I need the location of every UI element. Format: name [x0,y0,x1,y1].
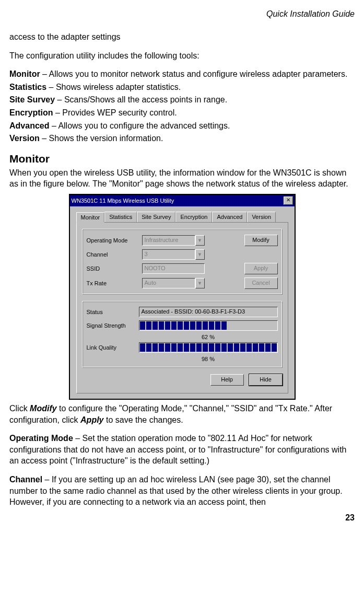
chevron-down-icon[interactable]: ▼ [195,249,205,260]
modify-button[interactable]: Modify [244,235,278,246]
tab-statistics[interactable]: Statistics [104,212,137,222]
channel-value: 3 [142,249,195,260]
feature-advanced-desc: – Allows you to configure the advanced s… [49,121,230,130]
modify-em: Modify [30,404,57,413]
operating-mode-value: Infrastructure [142,235,195,246]
cancel-button[interactable]: Cancel [244,277,278,289]
tab-monitor[interactable]: Monitor [76,212,105,223]
label-link-quality: Link Quality [87,344,139,351]
text: to save the changes. [104,415,183,424]
tab-advanced[interactable]: Advanced [212,212,247,222]
feature-version-name: Version [9,134,40,143]
status-group: Status Associated - BSSID: 00-60-B3-F1-F… [82,301,283,368]
feature-statistics: Statistics – Shows wireless adapter stat… [9,82,355,93]
status-value: Associated - BSSID: 00-60-B3-F1-F3-D3 [139,307,278,317]
channel-para: Channel – If you are setting up an ad ho… [9,474,355,508]
feature-monitor: Monitor – Allows you to monitor network … [9,68,355,80]
utility-dialog: WN3501C 11 Mbps Wireless USB Utility ✕ M… [69,194,296,400]
dialog-title: WN3501C 11 Mbps Wireless USB Utility [72,198,174,204]
feature-site-survey: Site Survey – Scans/Shows all the access… [9,94,355,106]
operating-mode-select[interactable]: Infrastructure ▼ [142,235,205,246]
label-ssid: SSID [87,265,139,272]
feature-advanced-name: Advanced [9,121,49,130]
feature-advanced: Advanced – Allows you to configure the a… [9,120,355,132]
operating-mode-para: Operating Mode – Set the station operati… [9,433,355,467]
link-quality-percent: 98 % [139,356,278,362]
page-number: 23 [9,513,355,523]
feature-site-survey-name: Site Survey [9,95,55,104]
chevron-down-icon[interactable]: ▼ [195,278,205,288]
titlebar[interactable]: WN3501C 11 Mbps Wireless USB Utility ✕ [70,195,295,206]
feature-statistics-desc: – Shows wireless adapter statistics. [46,83,181,91]
tabstrip: Monitor Statistics Site Survey Encryptio… [76,212,288,223]
channel-text: – If you are setting up an ad hoc wirele… [9,475,343,506]
tab-version[interactable]: Version [247,212,276,222]
tab-site-survey[interactable]: Site Survey [137,212,175,222]
label-channel: Channel [87,251,139,258]
link-quality-bar [139,342,278,353]
apply-em: Apply [80,415,103,424]
label-status: Status [87,309,139,315]
monitor-paragraph: When you open the wireless USB utility, … [9,167,355,190]
chevron-down-icon[interactable]: ▼ [195,235,205,246]
close-icon[interactable]: ✕ [284,196,293,205]
feature-encryption-name: Encryption [9,108,53,117]
operating-mode-label: Operating Mode [9,434,73,443]
hide-button[interactable]: Hide [249,374,283,386]
signal-strength-bar [139,320,278,331]
feature-encryption: Encryption – Provides WEP security contr… [9,107,355,119]
feature-monitor-name: Monitor [9,69,40,78]
signal-strength-percent: 62 % [139,334,278,340]
tx-rate-value: Auto [142,278,195,288]
feature-site-survey-desc: – Scans/Shows all the access points in r… [55,95,227,104]
tab-encryption[interactable]: Encryption [175,212,212,222]
text: Click [9,404,30,413]
tx-rate-select[interactable]: Auto ▼ [142,278,205,288]
feature-version: Version – Shows the version information. [9,133,355,144]
channel-label: Channel [9,475,42,484]
settings-group: Operating Mode Infrastructure ▼ Modify C… [82,229,283,295]
help-button[interactable]: Help [210,374,244,386]
tab-panel-monitor: Operating Mode Infrastructure ▼ Modify C… [76,223,288,393]
ssid-input[interactable]: NOOTO [142,263,205,274]
label-signal-strength: Signal Strength [87,322,139,329]
apply-button[interactable]: Apply [244,263,278,274]
channel-select[interactable]: 3 ▼ [142,249,205,260]
label-operating-mode: Operating Mode [87,237,139,244]
after-dialog-p1: Click Modify to configure the "Operating… [9,403,355,425]
page-header: Quick Installation Guide [9,9,355,19]
intro-fragment: access to the adapter settings [9,31,355,43]
label-tx-rate: Tx Rate [87,280,139,286]
tools-intro: The configuration utility includes the f… [9,50,355,62]
feature-encryption-desc: – Provides WEP security control. [53,108,177,117]
monitor-heading: Monitor [9,153,355,165]
feature-version-desc: – Shows the version information. [40,134,163,143]
feature-statistics-name: Statistics [9,83,46,91]
feature-monitor-desc: – Allows you to monitor network status a… [40,69,348,78]
ssid-value: NOOTO [142,263,205,274]
